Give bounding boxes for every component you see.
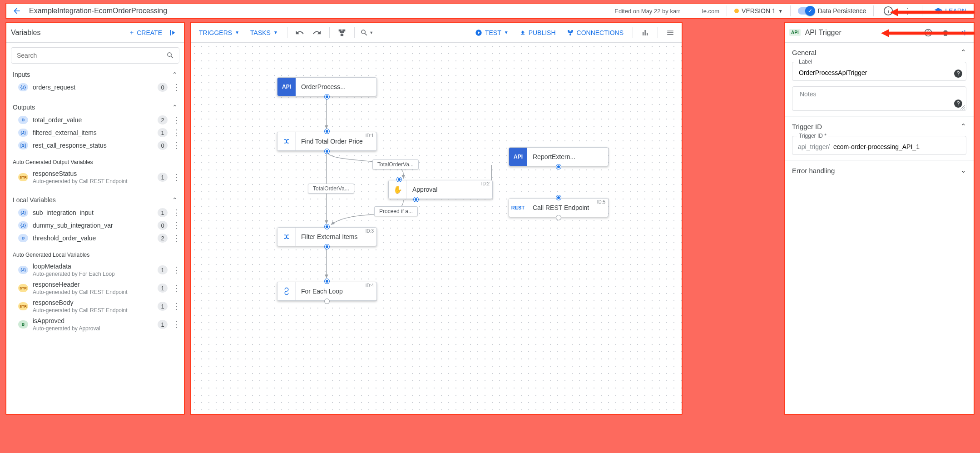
port-out[interactable]: [325, 149, 329, 154]
variable-menu-button[interactable]: ⋮: [172, 284, 179, 292]
redo-button[interactable]: [309, 25, 325, 40]
variable-row[interactable]: STRresponseBodyAuto-generated by Call RE…: [6, 297, 184, 315]
notes-field[interactable]: Notes ?: [792, 86, 966, 111]
variable-menu-button[interactable]: ⋮: [172, 266, 179, 274]
publish-button[interactable]: PUBLISH: [515, 29, 560, 36]
variable-menu-button[interactable]: ⋮: [172, 83, 179, 91]
variable-row[interactable]: {J}loopMetadataAuto-generated by For Eac…: [6, 261, 184, 279]
node-label: Call REST Endpoint: [527, 204, 608, 211]
node-order-process-api-trigger[interactable]: API OrderProcess...: [277, 77, 377, 96]
logs-button[interactable]: [663, 25, 678, 40]
metrics-button[interactable]: [638, 25, 653, 40]
node-for-each-loop[interactable]: For Each Loop ID:4: [277, 282, 377, 301]
node-label: OrderProcess...: [296, 83, 376, 90]
variable-row[interactable]: [S]rest_call_response_status0⋮: [6, 139, 184, 152]
plus-icon: ＋: [129, 29, 135, 37]
variable-menu-button[interactable]: ⋮: [172, 116, 179, 124]
variable-row[interactable]: {J}filtered_external_items1⋮: [6, 126, 184, 139]
label-field[interactable]: Label ?: [792, 62, 966, 81]
port-out[interactable]: [414, 197, 418, 202]
inspector-panel: API API Trigger ? General ⌃ Label ? Note…: [784, 22, 975, 415]
variable-menu-button[interactable]: ⋮: [172, 234, 179, 242]
version-dropdown[interactable]: VERSION 1 ▼: [734, 7, 783, 15]
type-pill-icon: STR: [18, 302, 28, 310]
port-out[interactable]: [556, 164, 561, 169]
variable-row[interactable]: Dthreshold_order_value2⋮: [6, 232, 184, 244]
variable-row[interactable]: Dtotal_order_value2⋮: [6, 114, 184, 126]
port-in[interactable]: [556, 195, 561, 200]
trigger-id-section-header[interactable]: Trigger ID ⌃: [792, 122, 966, 130]
variable-row[interactable]: STRresponseStatusAuto-generated by Call …: [6, 168, 184, 186]
variable-menu-button[interactable]: ⋮: [172, 320, 179, 329]
variable-row[interactable]: {J}sub_integration_input1⋮: [6, 206, 184, 219]
port-out[interactable]: [325, 244, 329, 249]
usage-count-badge: 1: [158, 284, 168, 293]
create-variable-button[interactable]: ＋ CREATE: [125, 29, 166, 37]
type-pill-icon: {J}: [18, 209, 28, 217]
data-persistence-toggle[interactable]: ✓ Data Persistence: [798, 7, 866, 15]
node-report-extern-api-trigger[interactable]: API ReportExtern...: [509, 147, 609, 166]
variable-menu-button[interactable]: ⋮: [172, 209, 179, 217]
node-filter-external-items[interactable]: Filter External Items ID:3: [277, 227, 377, 246]
label-input[interactable]: [798, 69, 960, 77]
node-call-rest-endpoint[interactable]: REST Call REST Endpoint ID:5: [509, 198, 609, 217]
edge-condition-label[interactable]: Proceed if a...: [374, 206, 418, 216]
edge-condition-label[interactable]: TotalOrderVa...: [308, 184, 354, 194]
type-pill-icon: D: [18, 116, 28, 124]
usage-count-badge: 1: [158, 173, 168, 182]
node-find-total-order-price[interactable]: Find Total Order Price ID:1: [277, 132, 377, 151]
connections-icon: [567, 29, 574, 36]
variable-menu-button[interactable]: ⋮: [172, 173, 179, 181]
port-in[interactable]: [325, 129, 329, 134]
layout-button[interactable]: [334, 25, 350, 40]
back-button[interactable]: [9, 3, 25, 19]
connections-button[interactable]: CONNECTIONS: [562, 29, 628, 36]
canvas-panel: TRIGGERS▼ TASKS▼ ▼ TEST▼ PUBLISH: [190, 22, 683, 415]
api-badge-icon: API: [509, 148, 527, 166]
trigger-id-input[interactable]: [832, 143, 960, 151]
port-in[interactable]: [397, 177, 401, 182]
node-id: ID:4: [366, 283, 374, 288]
test-dropdown[interactable]: TEST▼: [470, 29, 513, 36]
variable-row[interactable]: {J}orders_request0⋮: [6, 81, 184, 94]
edge-condition-label[interactable]: TotalOrderVa...: [372, 159, 419, 169]
port-in[interactable]: [325, 224, 329, 229]
port-in[interactable]: [325, 279, 329, 284]
undo-button[interactable]: [292, 25, 307, 40]
variable-menu-button[interactable]: ⋮: [172, 221, 179, 229]
variable-row[interactable]: STRresponseHeaderAuto-generated by Call …: [6, 279, 184, 297]
zoom-dropdown[interactable]: ▼: [359, 25, 375, 40]
search-icon: [166, 51, 174, 60]
integration-canvas[interactable]: API OrderProcess... Find Total Order Pri…: [191, 43, 682, 414]
help-icon[interactable]: ?: [954, 70, 962, 78]
port-out[interactable]: [325, 299, 329, 304]
variable-name: sub_integration_input: [33, 209, 153, 216]
variable-search[interactable]: [11, 47, 179, 64]
inputs-section-header[interactable]: Inputs ⌃: [6, 68, 184, 81]
outputs-section-header[interactable]: Outputs ⌃: [6, 101, 184, 114]
tasks-dropdown[interactable]: TASKS▼: [246, 29, 282, 36]
usage-count-badge: 1: [158, 265, 168, 274]
trigger-id-field[interactable]: Trigger ID * api_trigger/: [792, 136, 966, 155]
variable-row[interactable]: BisApprovedAuto-generated by Approval1⋮: [6, 315, 184, 334]
variable-menu-button[interactable]: ⋮: [172, 129, 179, 137]
node-approval[interactable]: ✋ Approval ID:2: [388, 180, 493, 199]
search-input[interactable]: [16, 51, 163, 60]
variable-menu-button[interactable]: ⋮: [172, 302, 179, 310]
port-out[interactable]: [556, 215, 561, 220]
port-out[interactable]: [325, 95, 329, 99]
variable-menu-button[interactable]: ⋮: [172, 141, 179, 149]
type-pill-icon: STR: [18, 284, 28, 292]
locals-section-header[interactable]: Local Variables ⌃: [6, 194, 184, 206]
annotation-arrow: [875, 30, 975, 36]
collapse-panel-button[interactable]: [166, 26, 179, 40]
error-handling-section-header[interactable]: Error handling ⌄: [792, 166, 966, 174]
notes-input[interactable]: [798, 102, 960, 111]
variable-row[interactable]: {J}dummy_sub_integration_var0⋮: [6, 219, 184, 232]
variables-panel: Variables ＋ CREATE Inputs ⌃ {J}orders_re…: [5, 22, 185, 415]
variable-subtitle: Auto-generated by For Each Loop: [33, 271, 153, 277]
variable-name: isApproved: [33, 317, 153, 324]
general-section-header[interactable]: General ⌃: [792, 48, 966, 56]
triggers-dropdown[interactable]: TRIGGERS▼: [194, 29, 244, 36]
usage-count-badge: 1: [158, 302, 168, 311]
